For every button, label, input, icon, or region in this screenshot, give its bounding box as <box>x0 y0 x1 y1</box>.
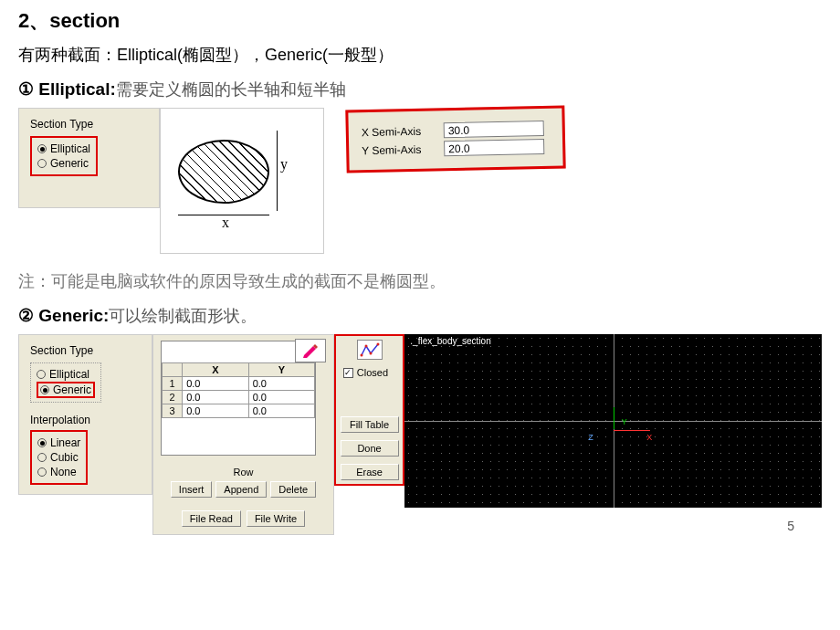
elliptical-note: 需要定义椭圆的长半轴和短半轴 <box>116 80 346 99</box>
closed-label: Closed <box>357 367 388 378</box>
row-label: Row <box>161 467 326 478</box>
y-semi-axis-label: Y Semi-Axis <box>362 142 436 157</box>
radio-linear-label: Linear <box>50 436 80 449</box>
insert-button[interactable]: Insert <box>171 481 213 498</box>
ellipse-icon <box>178 140 269 204</box>
radio-elliptical-label: Elliptical <box>50 142 90 155</box>
radio-linear[interactable]: Linear <box>37 436 80 450</box>
interpolation-label: Interpolation <box>30 414 141 426</box>
section-type-radio-group: Elliptical Generic <box>30 136 98 176</box>
page-number: 5 <box>18 519 822 533</box>
table-row: 20.00.0 <box>163 391 315 404</box>
preview-title: ._flex_body_section <box>410 336 490 346</box>
radio-generic-label: Generic <box>50 157 89 170</box>
file-read-button[interactable]: File Read <box>182 510 241 527</box>
section-preview[interactable]: ._flex_body_section Y X Z <box>404 334 822 508</box>
radio-dot-icon <box>37 370 46 379</box>
section-type-panel-generic: Section Type Elliptical Generic Interpol… <box>18 334 152 495</box>
pencil-icon[interactable] <box>295 339 326 362</box>
radio-elliptical-label-2: Elliptical <box>49 368 89 381</box>
svg-point-3 <box>376 343 379 346</box>
y-axis-letter: Y <box>622 417 627 426</box>
erase-button[interactable]: Erase <box>341 464 399 480</box>
table-row: 30.00.0 <box>163 404 315 418</box>
circled-1: ① <box>18 79 34 99</box>
generic-label: Generic: <box>38 306 109 325</box>
fill-table-button[interactable]: Fill Table <box>341 416 399 433</box>
y-semi-axis-input[interactable]: 20.0 <box>444 139 544 156</box>
col-y: Y <box>248 363 315 377</box>
xy-table[interactable]: XY 10.00.0 20.00.0 30.00.0 <box>161 341 316 456</box>
radio-generic-label-2: Generic <box>53 383 91 396</box>
delete-button[interactable]: Delete <box>270 481 316 498</box>
radio-none[interactable]: None <box>37 465 80 479</box>
append-button[interactable]: Append <box>215 481 267 498</box>
x-axis-letter: X <box>646 433 652 442</box>
radio-dot-selected-icon <box>37 438 47 447</box>
polyline-icon[interactable] <box>357 340 383 360</box>
radio-dot-selected-icon <box>40 385 49 394</box>
elliptical-caveat: 注：可能是电脑或软件的原因导致生成的截面不是椭圆型。 <box>18 270 822 292</box>
radio-elliptical[interactable]: Elliptical <box>37 142 90 156</box>
table-row: 10.00.0 <box>163 377 315 391</box>
z-axis-letter: Z <box>588 433 593 442</box>
elliptical-label: Elliptical: <box>38 79 115 99</box>
y-axis-label: y <box>280 156 288 173</box>
semi-axis-panel: X Semi-Axis 30.0 Y Semi-Axis 20.0 <box>345 105 565 173</box>
checkbox-checked-icon: ✓ <box>343 368 353 378</box>
x-axis-icon <box>614 430 650 431</box>
radio-none-label: None <box>50 466 77 478</box>
col-x: X <box>183 363 249 377</box>
x-axis-label: x <box>222 215 229 231</box>
dim-y-line <box>277 131 278 211</box>
svg-point-1 <box>364 345 367 348</box>
radio-generic[interactable]: Generic <box>37 156 90 171</box>
ellipse-diagram-panel: y x <box>160 108 324 254</box>
xy-table-panel: XY 10.00.0 20.00.0 30.00.0 Row Insert Ap… <box>152 334 334 535</box>
done-button[interactable]: Done <box>341 440 399 457</box>
radio-dot-icon <box>37 467 47 477</box>
section-type-radio-group-2: Elliptical Generic <box>30 362 101 403</box>
intro-text: 有两种截面：Elliptical(椭圆型），Generic(一般型） <box>18 44 822 66</box>
y-axis-icon <box>614 407 614 429</box>
closed-checkbox[interactable]: ✓ Closed <box>343 367 388 378</box>
section-type-label: Section Type <box>30 118 148 131</box>
generic-note: 可以绘制截面形状。 <box>109 307 257 325</box>
circled-2: ② <box>18 306 34 325</box>
x-semi-axis-input[interactable]: 30.0 <box>444 121 544 138</box>
radio-dot-icon <box>37 159 47 168</box>
draw-controls-panel: ✓ Closed Fill Table Done Erase <box>334 334 405 486</box>
x-semi-axis-label: X Semi-Axis <box>362 124 436 139</box>
elliptical-subheading: ① Elliptical:需要定义椭圆的长半轴和短半轴 <box>18 79 822 100</box>
radio-cubic[interactable]: Cubic <box>37 450 80 465</box>
svg-point-2 <box>369 352 372 355</box>
section-type-panel-elliptical: Section Type Elliptical Generic <box>18 108 160 208</box>
file-write-button[interactable]: File Write <box>247 510 305 527</box>
radio-dot-selected-icon <box>37 144 47 153</box>
interpolation-radio-group: Linear Cubic None <box>30 430 88 485</box>
radio-generic-2[interactable]: Generic <box>37 382 95 398</box>
svg-point-0 <box>360 354 362 357</box>
section-type-label-2: Section Type <box>30 344 141 357</box>
generic-subheading: ② Generic:可以绘制截面形状。 <box>18 305 822 327</box>
section-heading: 2、section <box>18 7 822 35</box>
radio-cubic-label: Cubic <box>50 451 79 464</box>
radio-dot-icon <box>37 453 47 462</box>
radio-elliptical-2[interactable]: Elliptical <box>37 367 95 382</box>
